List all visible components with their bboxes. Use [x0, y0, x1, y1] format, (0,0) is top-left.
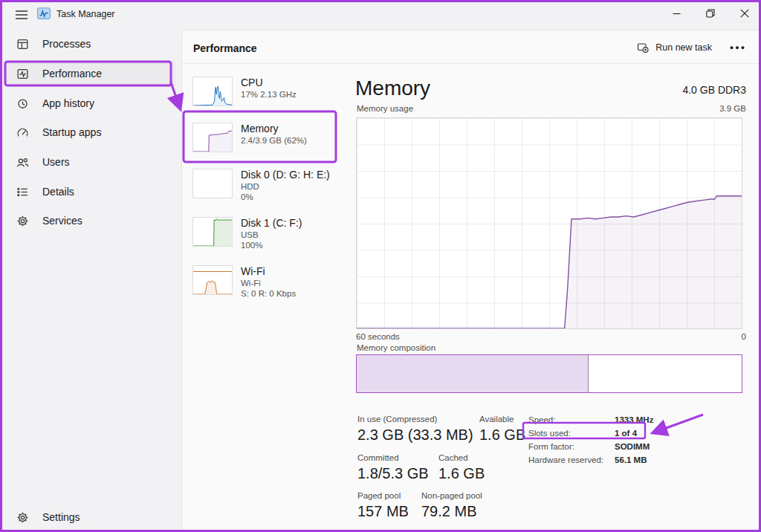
detail-label: Form factor: [528, 442, 574, 451]
perf-item-title: Wi-Fi [241, 265, 296, 278]
perf-item-detail: Wi-Fi [241, 278, 296, 288]
sidebar-item-label: Services [42, 215, 82, 227]
performance-icon [16, 68, 29, 80]
titlebar: Task Manager [0, 0, 761, 30]
wifi-mini-graph [192, 265, 233, 295]
sidebar-item-app-history[interactable]: App history [6, 90, 175, 117]
perf-item-detail: 17% 2.13 GHz [241, 89, 297, 100]
cpu-mini-graph [192, 77, 233, 106]
task-manager-window: Task Manager Processes Performance App h… [0, 0, 761, 532]
detail-value: SODIMM [615, 442, 650, 451]
stat-label: Cached [438, 453, 468, 462]
perf-item-detail: 100% [241, 240, 302, 250]
sidebar-item-label: Settings [42, 511, 80, 523]
settings-gear-icon [16, 511, 29, 524]
stat-label: Non-paged pool [421, 491, 482, 500]
memory-usage-graph [356, 117, 742, 329]
run-new-task-label: Run new task [655, 42, 712, 53]
stat-value: 79.2 MB [421, 503, 476, 520]
sidebar-item-performance[interactable]: Performance [6, 60, 175, 87]
perf-item-detail: HDD [241, 181, 330, 192]
perf-list-item-wifi[interactable]: Wi-Fi Wi-Fi S: 0 R: 0 Kbps [192, 265, 349, 299]
perf-item-title: Disk 0 (D: G: H: E:) [241, 169, 330, 181]
sidebar-item-processes[interactable]: Processes [6, 30, 175, 57]
perf-list-item-disk1[interactable]: Disk 1 (C: F:) USB 100% [192, 217, 349, 250]
users-icon [16, 156, 29, 169]
memory-capacity: 4.0 GB DDR3 [682, 84, 746, 96]
perf-item-title: Disk 1 (C: F:) [241, 217, 302, 230]
memory-usage-max: 3.9 GB [719, 104, 746, 113]
app-history-icon [16, 97, 29, 110]
stat-value: 2.3 GB (33.3 MB) [357, 426, 473, 444]
details-icon [16, 186, 29, 198]
perf-item-title: CPU [241, 77, 297, 89]
memory-in-use-segment [357, 355, 589, 392]
perf-list-item-cpu[interactable]: CPU 17% 2.13 GHz [192, 77, 349, 106]
performance-pane: Performance Run new task ●●● CPU 1 [181, 30, 761, 532]
close-button[interactable] [728, 0, 761, 27]
startup-apps-icon [16, 126, 29, 139]
detail-label: Speed: [528, 415, 555, 424]
detail-value: 1 of 4 [615, 429, 637, 438]
sidebar-item-label: Performance [42, 68, 102, 80]
memory-usage-label: Memory usage [357, 104, 413, 113]
processes-icon [16, 38, 29, 51]
minimize-icon [673, 10, 681, 18]
perf-item-title: Memory [241, 123, 307, 135]
sidebar-item-label: App history [42, 97, 94, 109]
more-options-button[interactable]: ●●● [727, 39, 749, 56]
memory-mini-graph [192, 123, 233, 152]
detail-label: Slots used: [528, 429, 571, 438]
detail-value: 1333 MHz [615, 415, 653, 424]
memory-composition-label: Memory composition [357, 343, 435, 352]
perf-list-item-memory[interactable]: Memory 2.4/3.9 GB (62%) [192, 123, 349, 152]
stat-value: 1.6 GB [479, 426, 525, 444]
stat-value: 1.6 GB [438, 465, 485, 482]
minimize-button[interactable] [660, 0, 693, 27]
stat-value: 1.8/5.3 GB [357, 465, 429, 482]
restore-button[interactable] [694, 0, 727, 27]
close-icon [740, 9, 749, 18]
perf-list-item-disk0[interactable]: Disk 0 (D: G: H: E:) HDD 0% [192, 169, 349, 202]
restore-icon [706, 9, 715, 18]
memory-pane-title: Memory [355, 77, 430, 100]
pane-title: Performance [193, 42, 257, 54]
hamburger-icon [16, 10, 27, 20]
sidebar-item-label: Details [42, 186, 74, 198]
stat-label: Available [479, 415, 514, 424]
sidebar-item-label: Processes [42, 38, 91, 50]
perf-item-detail: USB [241, 230, 302, 240]
window-title: Task Manager [56, 9, 115, 19]
perf-item-detail: 2.4/3.9 GB (62%) [241, 135, 307, 146]
sidebar-nav: Processes Performance App history Startu… [0, 30, 181, 532]
sidebar-item-startup-apps[interactable]: Startup apps [6, 119, 175, 146]
run-new-task-button[interactable]: Run new task [631, 38, 718, 57]
perf-item-detail: S: 0 R: 0 Kbps [241, 288, 296, 299]
stat-value: 157 MB [357, 503, 409, 520]
stat-label: Committed [357, 453, 399, 462]
sidebar-item-services[interactable]: Services [6, 207, 175, 234]
stat-label: Paged pool [357, 491, 401, 500]
sidebar-item-details[interactable]: Details [6, 178, 175, 205]
sidebar-item-users[interactable]: Users [6, 149, 175, 175]
disk0-mini-graph [192, 169, 233, 198]
task-manager-app-icon [37, 7, 51, 20]
x-axis-left-label: 60 seconds [356, 332, 400, 341]
run-new-task-icon [637, 42, 649, 53]
services-icon [16, 215, 29, 227]
memory-composition-bar [356, 354, 742, 393]
sidebar-item-label: Startup apps [42, 126, 101, 138]
navigation-menu-button[interactable] [10, 6, 33, 24]
detail-value: 56.1 MB [615, 455, 647, 464]
perf-item-detail: 0% [241, 192, 330, 202]
detail-label: Hardware reserved: [528, 455, 603, 464]
stat-label: In use (Compressed) [357, 415, 437, 424]
header-divider [182, 63, 761, 64]
disk1-mini-graph [192, 217, 233, 247]
sidebar-item-settings[interactable]: Settings [6, 504, 175, 531]
x-axis-right-label: 0 [742, 332, 746, 341]
sidebar-item-label: Users [42, 156, 70, 168]
ellipsis-icon: ●●● [730, 44, 746, 51]
